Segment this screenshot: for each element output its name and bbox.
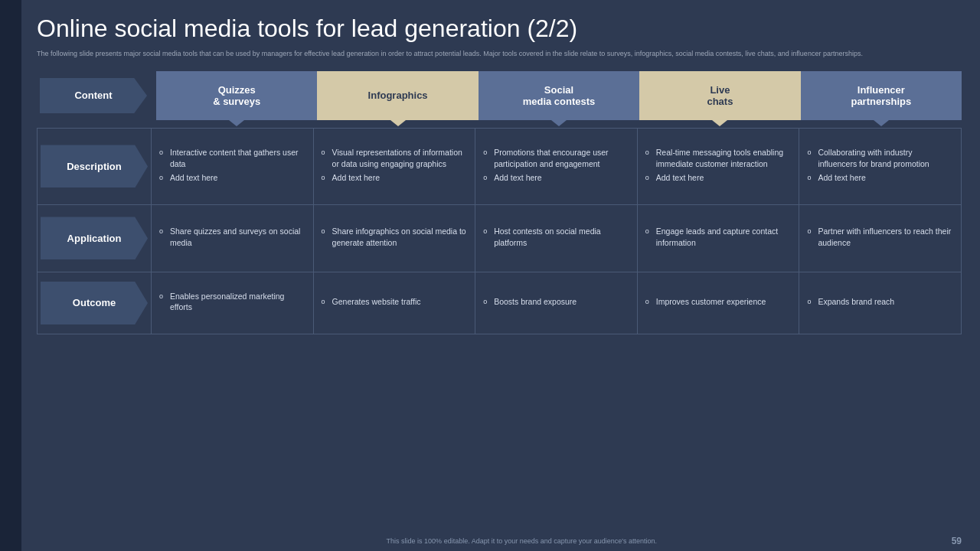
- table-wrapper: Content Quizzes& surveys Infographics So…: [37, 71, 962, 334]
- header-cell-social: Socialmedia contests: [479, 71, 639, 120]
- application-label-wrap: Application: [38, 205, 151, 272]
- description-row: Description Interactive content that gat…: [38, 129, 961, 205]
- page-number: 59: [952, 536, 962, 546]
- outcome-arrow: Outcome: [41, 282, 148, 324]
- desc-infographics: Visual representations of information or…: [314, 129, 476, 204]
- application-arrow: Application: [41, 217, 148, 259]
- out-influencer: Expands brand reach: [799, 272, 961, 334]
- header-cells: Quizzes& surveys Infographics Socialmedi…: [156, 71, 962, 120]
- description-arrow: Description: [41, 145, 148, 187]
- slide-subtitle: The following slide presents major socia…: [37, 49, 940, 59]
- data-table: Description Interactive content that gat…: [37, 128, 962, 334]
- app-live: Engage leads and capture contact informa…: [638, 205, 800, 272]
- app-influencer: Partner with influencers to reach their …: [799, 205, 961, 272]
- app-infographics: Share infographics on social media to ge…: [314, 205, 476, 272]
- description-label-wrap: Description: [38, 129, 151, 204]
- application-cells: Share quizzes and surveys on social medi…: [151, 205, 961, 272]
- desc-social: Promotions that encourage user participa…: [475, 129, 638, 204]
- header-cell-live: Livechats: [639, 71, 800, 120]
- outcome-cells: Enables personalized marketing efforts G…: [151, 272, 961, 334]
- desc-live: Real-time messaging tools enabling immed…: [638, 129, 800, 204]
- out-social: Boosts brand exposure: [475, 272, 638, 334]
- footer: This slide is 100% editable. Adapt it to…: [43, 536, 980, 546]
- out-live: Improves customer experience: [638, 272, 800, 334]
- footer-text: This slide is 100% editable. Adapt it to…: [92, 537, 952, 545]
- app-quizzes: Share quizzes and surveys on social medi…: [152, 205, 314, 272]
- outcome-label-wrap: Outcome: [38, 272, 151, 334]
- desc-influencer: Collaborating with industry influencers …: [799, 129, 961, 204]
- header-row: Content Quizzes& surveys Infographics So…: [37, 71, 962, 120]
- header-cell-quizzes: Quizzes& surveys: [156, 71, 317, 120]
- application-row: Application Share quizzes and surveys on…: [38, 205, 961, 272]
- slide-title: Online social media tools for lead gener…: [37, 14, 962, 43]
- content-label: Content: [37, 71, 150, 120]
- description-cells: Interactive content that gathers user da…: [151, 129, 961, 204]
- left-accent-bar: [0, 0, 21, 551]
- app-social: Host contests on social media platforms: [475, 205, 638, 272]
- header-cell-infographics: Infographics: [317, 71, 478, 120]
- outcome-row: Outcome Enables personalized marketing e…: [38, 272, 961, 334]
- main-content: Online social media tools for lead gener…: [21, 0, 980, 551]
- desc-quizzes: Interactive content that gathers user da…: [152, 129, 314, 204]
- out-infographics: Generates website traffic: [314, 272, 476, 334]
- out-quizzes: Enables personalized marketing efforts: [152, 272, 314, 334]
- header-cell-influencer: Influencerpartnerships: [801, 71, 962, 120]
- content-arrow: Content: [40, 78, 147, 113]
